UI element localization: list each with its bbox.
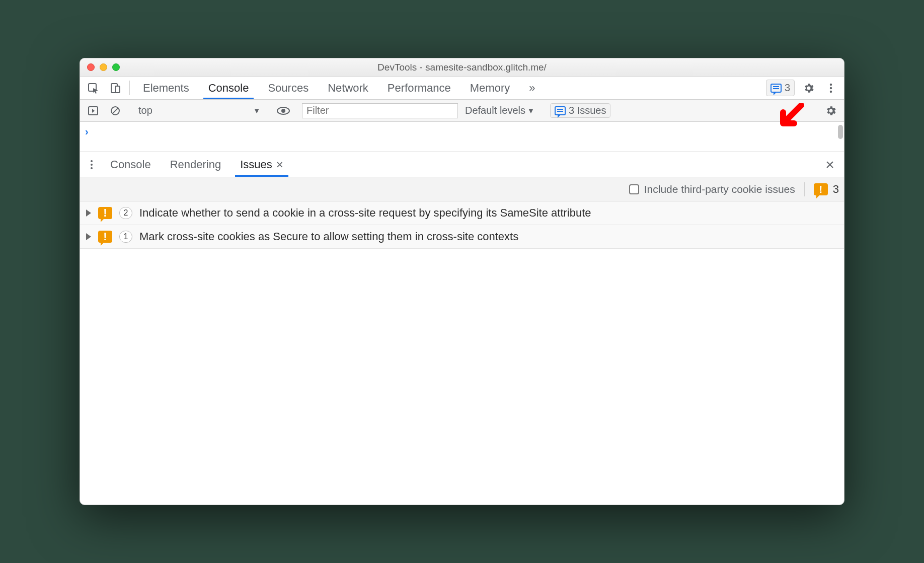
clear-console-icon[interactable] — [105, 105, 125, 117]
drawer-tab-label: Issues — [240, 158, 272, 171]
live-expression-icon[interactable] — [273, 106, 293, 116]
kebab-menu-icon[interactable] — [821, 77, 841, 99]
separator — [804, 182, 805, 196]
third-party-toggle[interactable]: Include third-party cookie issues — [629, 183, 795, 195]
issue-row[interactable]: ! 2 Indicate whether to send a cookie in… — [80, 201, 844, 225]
issue-row[interactable]: ! 1 Mark cross-site cookies as Secure to… — [80, 225, 844, 249]
svg-point-12 — [91, 164, 93, 166]
settings-gear-icon[interactable] — [799, 77, 819, 99]
expand-icon[interactable] — [86, 233, 91, 240]
console-toolbar: top ▼ Default levels ▼ 3 Issues — [80, 100, 844, 122]
svg-point-10 — [281, 109, 285, 113]
drawer-close-icon[interactable]: × — [819, 152, 841, 177]
tab-performance[interactable]: Performance — [378, 77, 460, 99]
tab-label: Network — [328, 82, 368, 95]
devtools-window: DevTools - samesite-sandbox.glitch.me/ E… — [80, 58, 844, 505]
tab-sources[interactable]: Sources — [259, 77, 318, 99]
drawer-kebab-icon[interactable] — [83, 152, 100, 177]
console-output[interactable]: › — [80, 122, 844, 152]
drawer-tab-rendering[interactable]: Rendering — [161, 152, 230, 177]
scrollbar-thumb[interactable] — [838, 125, 843, 139]
inspect-element-icon[interactable] — [83, 77, 103, 99]
log-levels-selector[interactable]: Default levels ▼ — [460, 105, 540, 116]
svg-point-3 — [830, 83, 832, 85]
warning-icon: ! — [98, 207, 112, 219]
tab-network[interactable]: Network — [319, 77, 377, 99]
issues-count: 3 — [785, 82, 790, 94]
close-tab-icon[interactable]: × — [276, 158, 283, 172]
levels-label: Default levels — [465, 105, 525, 116]
close-icon: × — [825, 156, 834, 173]
issues-toolbar: Include third-party cookie issues ! 3 — [80, 177, 844, 201]
drawer-tab-console[interactable]: Console — [101, 152, 160, 177]
svg-point-4 — [830, 87, 832, 89]
drawer-tab-issues[interactable]: Issues × — [231, 152, 292, 177]
issues-counter-pill[interactable]: 3 — [766, 80, 795, 96]
tab-label: Console — [208, 82, 249, 95]
tab-console[interactable]: Console — [199, 77, 258, 99]
titlebar: DevTools - samesite-sandbox.glitch.me/ — [80, 58, 844, 77]
separator — [129, 81, 130, 95]
tab-memory[interactable]: Memory — [461, 77, 519, 99]
main-tabs: Elements Console Sources Network Perform… — [134, 77, 762, 99]
tab-label: Performance — [388, 82, 451, 95]
device-toggle-icon[interactable] — [105, 77, 125, 99]
filter-input[interactable] — [302, 103, 458, 118]
issues-pill-label: 3 Issues — [569, 105, 606, 116]
issue-count-badge: 1 — [119, 231, 132, 243]
issues-open-button[interactable]: 3 Issues — [550, 103, 610, 118]
svg-rect-2 — [115, 86, 120, 93]
console-sidebar-toggle-icon[interactable] — [83, 105, 103, 117]
message-icon — [771, 84, 782, 93]
svg-point-11 — [91, 160, 93, 162]
tab-label: Sources — [268, 82, 309, 95]
issue-title: Mark cross-site cookies as Secure to all… — [139, 230, 838, 243]
context-label: top — [138, 105, 152, 116]
issues-total-count: 3 — [833, 183, 839, 196]
tabs-overflow-button[interactable]: » — [520, 77, 544, 99]
prompt-icon: › — [85, 126, 89, 137]
expand-icon[interactable] — [86, 209, 91, 217]
tab-label: Memory — [470, 82, 510, 95]
main-toolbar: Elements Console Sources Network Perform… — [80, 77, 844, 100]
svg-line-8 — [112, 108, 118, 114]
warning-icon: ! — [814, 183, 828, 195]
issue-count-badge: 2 — [119, 207, 132, 219]
issue-title: Indicate whether to send a cookie in a c… — [139, 206, 838, 220]
svg-point-5 — [830, 90, 832, 92]
dropdown-icon: ▼ — [253, 107, 260, 115]
tab-label: Elements — [143, 82, 189, 95]
drawer-tab-label: Rendering — [170, 158, 221, 171]
issues-total: ! 3 — [814, 183, 839, 196]
overflow-glyph: » — [529, 82, 535, 95]
console-settings-gear-icon[interactable] — [821, 105, 841, 117]
warning-icon: ! — [98, 231, 112, 243]
drawer-tab-label: Console — [110, 158, 151, 171]
svg-point-13 — [91, 167, 93, 169]
window-title: DevTools - samesite-sandbox.glitch.me/ — [80, 62, 844, 73]
third-party-label: Include third-party cookie issues — [644, 183, 795, 195]
annotation-arrow-icon — [776, 103, 806, 130]
tab-elements[interactable]: Elements — [134, 77, 198, 99]
dropdown-icon: ▼ — [527, 107, 534, 115]
execution-context-selector[interactable]: top ▼ — [134, 104, 265, 117]
drawer-tabs: Console Rendering Issues × × — [80, 152, 844, 177]
message-icon — [555, 106, 566, 115]
checkbox-icon[interactable] — [629, 184, 639, 194]
